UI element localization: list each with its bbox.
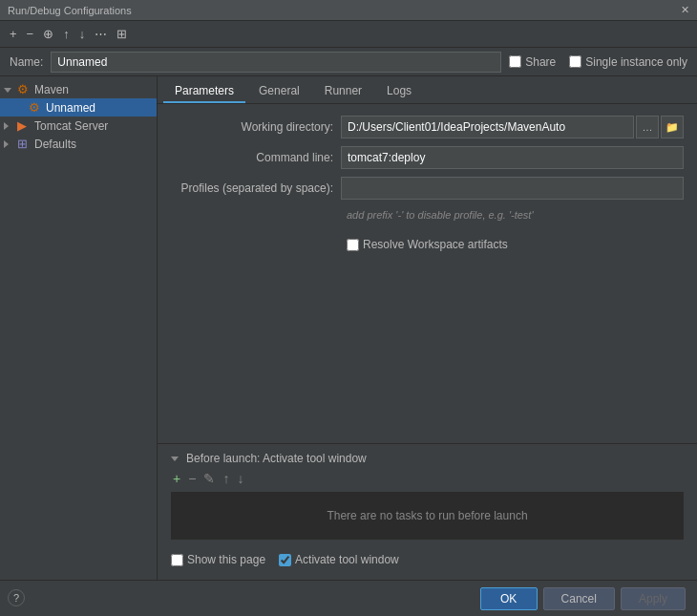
no-tasks-text: There are no tasks to run before launch: [327, 509, 527, 522]
single-instance-label: Single instance only: [585, 55, 687, 69]
footer: OK Cancel Apply ?: [0, 580, 697, 616]
share-label: Share: [525, 55, 556, 69]
tabs-bar: Parameters General Runner Logs: [158, 76, 697, 104]
activate-tool-label: Activate tool window: [295, 553, 399, 566]
single-instance-checkbox[interactable]: [569, 55, 581, 68]
share-checkbox-label[interactable]: Share: [509, 55, 556, 69]
tomcat-icon: ▶: [17, 118, 32, 133]
resolve-label: Resolve Workspace artifacts: [363, 238, 508, 251]
working-directory-row: Working directory: … 📁: [171, 116, 684, 138]
before-launch-remove-btn[interactable]: −: [186, 471, 198, 486]
before-launch-list: There are no tasks to run before launch: [171, 492, 684, 540]
cancel-button[interactable]: Cancel: [543, 587, 615, 610]
command-line-label: Command line:: [171, 151, 333, 164]
copy-config-button[interactable]: ⊕: [39, 25, 57, 43]
options-button[interactable]: ⋯: [91, 25, 111, 43]
bottom-checkboxes: Show this page Activate tool window: [171, 547, 684, 572]
profiles-input-group: [341, 177, 684, 200]
move-up-button[interactable]: ↑: [59, 25, 74, 43]
resolve-checkbox-label[interactable]: Resolve Workspace artifacts: [347, 238, 508, 251]
before-launch-title: Before launch: Activate tool window: [186, 452, 367, 465]
before-launch-move-up-btn[interactable]: ↑: [221, 471, 231, 486]
sidebar-item-unnamed[interactable]: ⚙ Unnamed: [0, 98, 157, 117]
share-checkbox[interactable]: [509, 55, 521, 68]
sidebar-defaults-label: Defaults: [34, 138, 76, 151]
before-launch-add-btn[interactable]: +: [171, 471, 182, 486]
form-area: Working directory: … 📁 Command line:: [158, 104, 697, 443]
profiles-label: Profiles (separated by space):: [171, 181, 333, 195]
remove-config-button[interactable]: −: [23, 25, 38, 43]
defaults-icon: ⊞: [17, 137, 32, 151]
name-input[interactable]: [51, 52, 501, 73]
sidebar-item-defaults[interactable]: ⊞ Defaults: [0, 135, 157, 153]
working-directory-input[interactable]: [341, 116, 634, 138]
before-launch-arrow-icon: [171, 457, 179, 461]
close-button[interactable]: ✕: [681, 4, 689, 16]
activate-tool-checkbox[interactable]: [279, 554, 291, 566]
name-label: Name:: [10, 55, 43, 69]
resolve-checkbox[interactable]: [347, 239, 359, 251]
unnamed-icon: ⚙: [29, 100, 44, 115]
apply-button[interactable]: Apply: [621, 587, 686, 610]
command-line-input[interactable]: [341, 146, 684, 169]
ok-button[interactable]: OK: [480, 587, 538, 610]
profiles-input[interactable]: [341, 177, 684, 200]
before-launch-header: Before launch: Activate tool window: [171, 452, 684, 465]
tab-runner[interactable]: Runner: [313, 80, 373, 103]
working-directory-browse-btn[interactable]: …: [636, 116, 659, 138]
before-launch-edit-btn[interactable]: ✎: [201, 471, 217, 486]
show-page-checkbox-label[interactable]: Show this page: [171, 553, 265, 566]
sidebar: ⚙ Maven ⚙ Unnamed ▶ Tomcat Server ⊞ Defa…: [0, 76, 158, 580]
toolbar: + − ⊕ ↑ ↓ ⋯ ⊞: [0, 21, 697, 48]
tomcat-arrow-icon: [4, 121, 15, 131]
working-directory-label: Working directory:: [171, 120, 333, 134]
name-bar: Name: Share Single instance only: [0, 48, 697, 76]
tab-general[interactable]: General: [247, 80, 311, 103]
window-title: Run/Debug Configurations: [8, 5, 132, 16]
show-page-label: Show this page: [187, 553, 265, 566]
profiles-hint-row: add prefix '-' to disable profile, e.g. …: [171, 207, 684, 230]
add-config-button[interactable]: +: [6, 25, 21, 43]
content-panel: Parameters General Runner Logs Working d…: [158, 76, 697, 580]
defaults-arrow-icon: [4, 139, 15, 149]
title-bar: Run/Debug Configurations ✕: [0, 0, 697, 21]
sidebar-item-tomcat[interactable]: ▶ Tomcat Server: [0, 117, 157, 135]
tab-parameters[interactable]: Parameters: [163, 80, 245, 103]
sidebar-unnamed-label: Unnamed: [46, 101, 95, 115]
main-container: ⚙ Maven ⚙ Unnamed ▶ Tomcat Server ⊞ Defa…: [0, 76, 697, 580]
profiles-hint-text: add prefix '-' to disable profile, e.g. …: [341, 207, 684, 230]
resolve-row: Resolve Workspace artifacts: [171, 238, 684, 251]
show-page-checkbox[interactable]: [171, 554, 183, 566]
layout-button[interactable]: ⊞: [113, 25, 131, 43]
activate-tool-checkbox-label[interactable]: Activate tool window: [279, 553, 399, 566]
before-launch-toolbar: + − ✎ ↑ ↓: [171, 471, 684, 486]
working-directory-input-group: … 📁: [341, 116, 684, 138]
command-line-row: Command line:: [171, 146, 684, 169]
tab-logs[interactable]: Logs: [375, 80, 423, 103]
before-launch-move-down-btn[interactable]: ↓: [235, 471, 245, 486]
sidebar-tomcat-label: Tomcat Server: [34, 119, 108, 133]
before-launch-section: Before launch: Activate tool window + − …: [158, 443, 697, 580]
share-area: Share Single instance only: [509, 55, 687, 69]
content-area: Working directory: … 📁 Command line:: [158, 104, 697, 580]
move-down-button[interactable]: ↓: [75, 25, 90, 43]
profiles-row: Profiles (separated by space):: [171, 177, 684, 200]
command-line-input-group: [341, 146, 684, 169]
help-button[interactable]: ?: [8, 589, 25, 606]
form-spacer: [171, 259, 684, 432]
maven-arrow-icon: [4, 85, 15, 95]
single-instance-checkbox-label[interactable]: Single instance only: [569, 55, 687, 69]
maven-icon: ⚙: [17, 82, 32, 96]
sidebar-item-maven[interactable]: ⚙ Maven: [0, 80, 157, 98]
sidebar-maven-label: Maven: [34, 83, 69, 96]
working-directory-folder-btn[interactable]: 📁: [661, 116, 684, 138]
